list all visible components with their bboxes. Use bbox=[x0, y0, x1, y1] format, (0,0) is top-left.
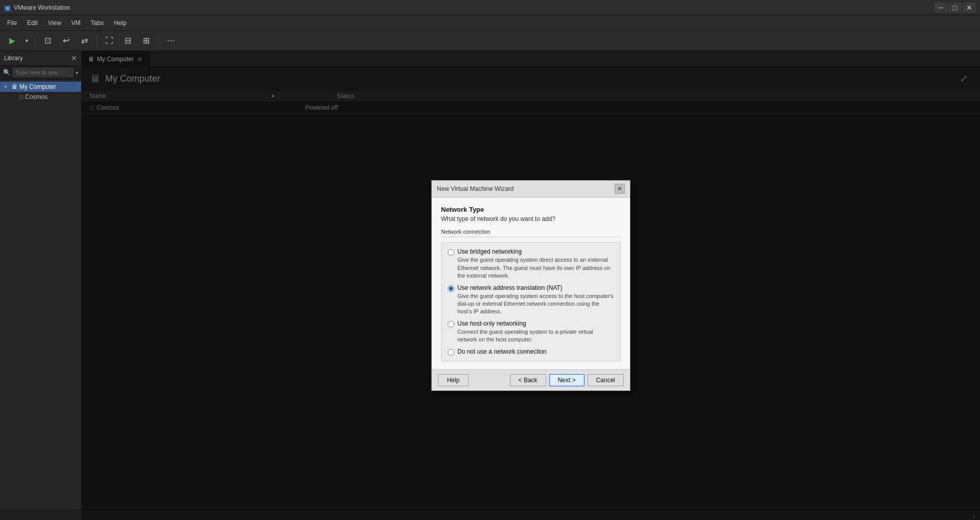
expand-icon: ▼ bbox=[3, 84, 9, 90]
minimize-button[interactable]: ─ bbox=[934, 3, 947, 13]
sidebar: Library ✕ 🔍 ▾ ▼ 🖥 My Computer □ Cosmos bbox=[0, 51, 82, 520]
sidebar-item-cosmos[interactable]: □ Cosmos bbox=[0, 92, 81, 102]
radio-hostonly-desc: Connect the guest operating system to a … bbox=[457, 328, 614, 344]
dialog-title: New Virtual Machine Wizard bbox=[437, 185, 514, 192]
next-button[interactable]: Next > bbox=[549, 374, 584, 386]
menu-file[interactable]: File bbox=[2, 15, 22, 31]
restore-button[interactable]: □ bbox=[948, 3, 962, 13]
cancel-button[interactable]: Cancel bbox=[587, 374, 624, 386]
radio-nat-desc: Give the guest operating system access t… bbox=[457, 292, 614, 316]
dialog-footer-left: Help bbox=[438, 374, 469, 386]
revert-button[interactable]: ↩ bbox=[58, 34, 74, 48]
toolbar-separator-2 bbox=[96, 35, 97, 47]
toolbar: ▶ ▾ ⊡ ↩ ⇄ ⛶ ⊟ ⊞ ⋯ bbox=[0, 31, 980, 51]
sidebar-item-label: My Computer bbox=[19, 83, 56, 90]
menu-edit[interactable]: Edit bbox=[22, 15, 43, 31]
radio-nat[interactable] bbox=[448, 285, 454, 292]
dialog-content: Network Type What type of network do you… bbox=[432, 197, 630, 369]
radio-none[interactable] bbox=[448, 349, 454, 356]
search-input[interactable] bbox=[13, 68, 74, 77]
radio-option-hostonly: Use host-only networking Connect the gue… bbox=[448, 320, 614, 344]
search-icon: 🔍 bbox=[3, 69, 11, 76]
radio-nat-label: Use network address translation (NAT) bbox=[457, 284, 614, 291]
radio-bridged-label: Use bridged networking bbox=[457, 248, 614, 255]
sidebar-item-my-computer[interactable]: ▼ 🖥 My Computer bbox=[0, 82, 81, 92]
dialog-close-button[interactable]: ✕ bbox=[615, 184, 625, 194]
tabs-button[interactable]: ⊞ bbox=[138, 34, 154, 48]
new-vm-wizard-dialog: New Virtual Machine Wizard ✕ Network Typ… bbox=[431, 180, 630, 390]
suspend-button[interactable]: ⊡ bbox=[39, 34, 56, 48]
sidebar-item-cosmos-label: Cosmos bbox=[25, 93, 47, 101]
play-button[interactable]: ▶ bbox=[4, 34, 20, 48]
main-layout: Library ✕ 🔍 ▾ ▼ 🖥 My Computer □ Cosmos bbox=[0, 51, 980, 520]
prefs-button[interactable]: ⋯ bbox=[163, 34, 179, 48]
radio-hostonly[interactable] bbox=[448, 321, 454, 328]
fullscreen-button[interactable]: ⛶ bbox=[101, 34, 117, 48]
dialog-network-group: Use bridged networking Give the guest op… bbox=[441, 242, 621, 361]
sidebar-header: Library ✕ bbox=[0, 51, 81, 66]
radio-option-none: Do not use a network connection bbox=[448, 348, 614, 356]
dialog-overlay: New Virtual Machine Wizard ✕ Network Typ… bbox=[82, 51, 980, 520]
sidebar-title: Library bbox=[4, 55, 23, 62]
titlebar: ▣ VMware Workstation ─ □ ✕ bbox=[0, 0, 980, 15]
menu-help[interactable]: Help bbox=[109, 15, 132, 31]
dialog-group-label: Network connection bbox=[441, 229, 621, 237]
dialog-section-title: Network Type bbox=[441, 206, 621, 213]
radio-bridged-desc: Give the guest operating system direct a… bbox=[457, 256, 614, 280]
dialog-footer-right: < Back Next > Cancel bbox=[510, 374, 624, 386]
window-controls: ─ □ ✕ bbox=[934, 3, 976, 13]
app-icon: ▣ bbox=[4, 4, 11, 12]
app-title: VMware Workstation bbox=[14, 4, 931, 11]
sidebar-search: 🔍 ▾ bbox=[0, 66, 81, 80]
menu-tabs[interactable]: Tabs bbox=[86, 15, 109, 31]
menubar: File Edit View VM Tabs Help bbox=[0, 15, 980, 31]
radio-hostonly-label: Use host-only networking bbox=[457, 320, 614, 327]
back-button[interactable]: < Back bbox=[510, 374, 546, 386]
computer-icon: 🖥 bbox=[11, 83, 17, 90]
radio-bridged[interactable] bbox=[448, 249, 454, 256]
content-area: 🖥 My Computer ✕ 🖥 My Computer ⤢ Name ▲ S… bbox=[82, 51, 980, 520]
toolbar-separator-1 bbox=[35, 35, 35, 47]
sidebar-tree: ▼ 🖥 My Computer □ Cosmos bbox=[0, 80, 81, 104]
radio-option-bridged: Use bridged networking Give the guest op… bbox=[448, 248, 614, 280]
toolbar-separator-3 bbox=[158, 35, 159, 47]
snapshot-button[interactable]: ⇄ bbox=[76, 34, 92, 48]
dialog-section-subtitle: What type of network do you want to add? bbox=[441, 215, 621, 222]
vm-icon: □ bbox=[19, 93, 23, 101]
menu-vm[interactable]: VM bbox=[66, 15, 86, 31]
radio-none-label: Do not use a network connection bbox=[457, 348, 547, 355]
dialog-footer: Help < Back Next > Cancel bbox=[432, 369, 630, 390]
search-dropdown-icon[interactable]: ▾ bbox=[76, 70, 78, 76]
sidebar-close-button[interactable]: ✕ bbox=[71, 54, 77, 62]
menu-view[interactable]: View bbox=[43, 15, 66, 31]
play-dropdown[interactable]: ▾ bbox=[22, 34, 31, 48]
close-button[interactable]: ✕ bbox=[963, 3, 976, 13]
dialog-titlebar: New Virtual Machine Wizard ✕ bbox=[432, 181, 630, 197]
radio-option-nat: Use network address translation (NAT) Gi… bbox=[448, 284, 614, 316]
unity-button[interactable]: ⊟ bbox=[119, 34, 136, 48]
help-button[interactable]: Help bbox=[438, 374, 469, 386]
